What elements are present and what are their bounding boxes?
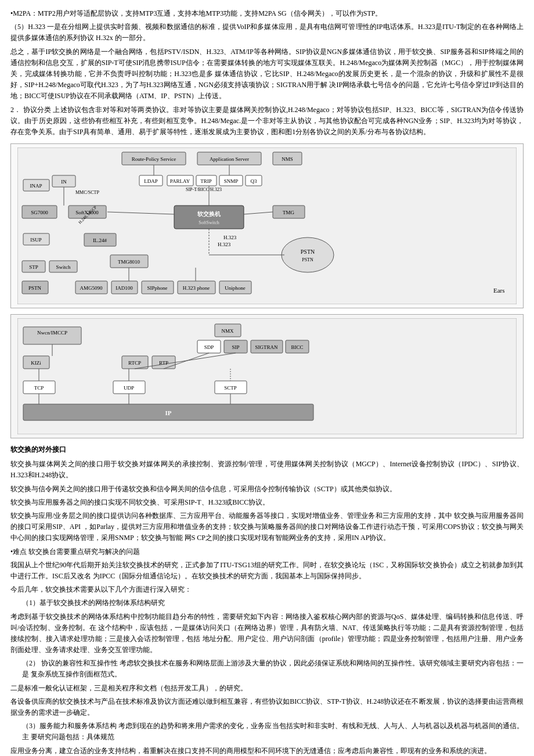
svg-text:SIPphone: SIPphone (147, 285, 167, 291)
m2pa-paragraph: •M2PA：MTP2用户对等适配层协议，支持MTP3互通，支持本地MTP3功能，… (10, 8, 524, 19)
h323-paragraph: （5）H.323 一是在分组网上提供实时音频、视频和数据通信的标准，提供VoIP… (10, 21, 524, 44)
svg-text:H.323: H.323 (218, 242, 231, 247)
svg-text:IAD100: IAD100 (116, 285, 133, 291)
svg-text:Route-Policy Service: Route-Policy Service (132, 156, 176, 162)
difficulty-bullet: •难点 软交换台需要重点研究与解决的问题 (10, 546, 524, 557)
svg-text:RTCP: RTCP (128, 360, 141, 366)
svg-text:IN: IN (61, 179, 67, 185)
svg-text:IP: IP (165, 409, 172, 416)
svg-text:PSTN: PSTN (301, 249, 315, 255)
svg-text:Ears: Ears (493, 287, 505, 294)
svg-point-40 (282, 237, 334, 272)
svg-text:PSTN: PSTN (302, 257, 313, 262)
section-title-block: 软交换的对外接口 (10, 444, 524, 455)
svg-text:BICC: BICC (291, 344, 303, 350)
svg-text:KIZi: KIZi (31, 360, 41, 366)
svg-text:软交换机: 软交换机 (197, 211, 221, 217)
svg-text:PSTN: PSTN (28, 285, 42, 291)
svg-text:Uniphone: Uniphone (225, 285, 246, 291)
research-text: 我国从上个世纪90年代后期开始关注软交换技术的研究，正式参加了ITU-TSG13… (10, 560, 524, 582)
svg-text:H.323 phone: H.323 phone (183, 285, 210, 291)
svg-text:Application Server: Application Server (210, 156, 249, 162)
diagram2-svg: Nwcn/IMCCP NMX SDP SIP SIGTRAN BICC KIZi… (17, 318, 517, 434)
svg-text:TRIP: TRIP (200, 178, 212, 184)
item4-detail: 应用业务分离，建立合适的业务支持结构，着重解决在接口支持不同的商用模型和不同环境… (10, 746, 524, 756)
item1-detail: 考虑到基于软交换技术的网络体系结构中控制功能目趋分布的特性，需要研究如下内容：网… (10, 611, 524, 656)
network-diagram-1: Route-Policy Service Application Server … (10, 143, 524, 308)
interface-line1: 软交换与媒体网关之间的接口用于软交换对媒体网关的承接控制、资源控制/管理，可使用… (10, 459, 524, 481)
svg-text:SIP: SIP (232, 344, 239, 350)
svg-text:TMG: TMG (283, 210, 295, 215)
svg-text:MMC/SCTP: MMC/SCTP (75, 190, 99, 195)
section-title: 软交换的对外接口 (10, 444, 524, 455)
svg-text:SG7000: SG7000 (31, 210, 48, 215)
future-text: 今后几年，软交换技术需要从以下几个方面进行深入研究： (10, 584, 524, 595)
item4-header: （3）服务能力和服务体系结构 考虑到现在的趋势和将来用户需求的变化，业务应当包括… (22, 721, 524, 743)
svg-text:NMS: NMS (282, 156, 293, 162)
svg-text:Q3: Q3 (251, 178, 257, 184)
item2-header: （2） 协议的兼容性和互操作性 考虑软交换技术在服务和网络层面上游涉及大量的协议… (22, 658, 524, 680)
svg-text:SIP-T/BICC/H.323: SIP-T/BICC/H.323 (186, 187, 222, 192)
svg-text:TCP: TCP (34, 385, 44, 391)
interface-line3: 软交换与应用服务器之间的接口实现不同软交换、可采用SIP-T、H.323或BIC… (10, 497, 524, 508)
interface-line2: 软交换与信令网关之间的接口用于传递软交换和信令网关间的信令信息，可采用信令控制传… (10, 484, 524, 495)
svg-text:SNMP: SNMP (224, 178, 239, 184)
document-container: •M2PA：MTP2用户对等适配层协议，支持MTP3互通，支持本地MTP3功能，… (10, 8, 524, 756)
svg-rect-23 (174, 206, 244, 229)
svg-text:SoftSwitch: SoftSwitch (199, 220, 219, 225)
svg-text:SCTP: SCTP (224, 385, 237, 391)
intro-section: •M2PA：MTP2用户对等适配层协议，支持MTP3互通，支持本地MTP3功能，… (10, 8, 524, 138)
svg-text:NMX: NMX (221, 328, 234, 334)
svg-text:Nwcn/IMCCP: Nwcn/IMCCP (37, 330, 67, 336)
network-diagram-2: Nwcn/IMCCP NMX SDP SIP SIGTRAN BICC KIZi… (10, 314, 524, 438)
svg-text:PARLAY: PARLAY (170, 178, 190, 184)
diagram1-svg: Route-Policy Service Application Server … (17, 147, 517, 304)
svg-text:Switch: Switch (56, 264, 71, 270)
item1-header: （1）基于软交换技术的网络控制体系结构研究 (22, 597, 524, 609)
interface-section: 软交换与媒体网关之间的接口用于软交换对媒体网关的承接控制、资源控制/管理，可使用… (10, 459, 524, 756)
svg-text:SIGTRAN: SIGTRAN (255, 344, 278, 350)
svg-text:AMG5090: AMG5090 (80, 285, 103, 291)
summary-paragraph: 总之，基于IP软交换的网络是一个融合网络，包括PSTV/ISDN、H.323、A… (10, 46, 524, 102)
svg-text:INAP: INAP (30, 183, 42, 189)
svg-text:LDAP: LDAP (144, 178, 158, 184)
item3-header: 二是标准一般化认证框架，三是相关程序和文档（包括开发工具），的研究。 (10, 683, 524, 694)
svg-text:IL.24#: IL.24# (93, 237, 107, 243)
svg-text:STP: STP (29, 264, 38, 270)
svg-text:SDP: SDP (204, 344, 214, 350)
classification-paragraph: 2． 协议分类 上述协议包含非对等和对等两类协议。非对等协议主要是媒体网关控制协… (10, 105, 524, 138)
item3-detail: 各设备供应商的软交换技术与产品在技术标准及协议方面还难以做到相互兼容，有些协议如… (10, 696, 524, 718)
svg-text:ISUP: ISUP (30, 237, 42, 243)
svg-text:UDP: UDP (124, 385, 134, 391)
interface-line4: 软交换与应用/业务层之间的接口提供访问各种数据库、三方应用平台、动能服务器等接口… (10, 510, 524, 544)
svg-text:H.323: H.323 (223, 235, 237, 240)
svg-text:TMG8010: TMG8010 (118, 259, 140, 265)
